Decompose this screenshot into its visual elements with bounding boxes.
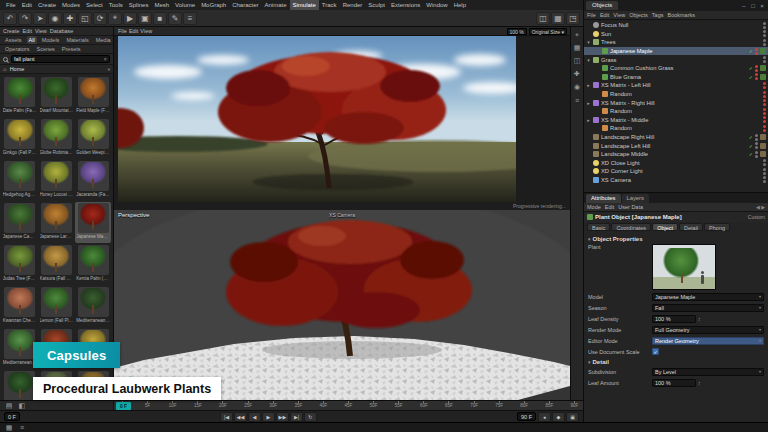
visibility-dots[interactable] — [763, 168, 766, 175]
scale-icon[interactable]: ◱ — [78, 12, 92, 25]
render-view[interactable] — [118, 36, 516, 202]
object-row-xs-matrix-left-hill[interactable]: ▸XS Matrix - Left Hill — [584, 81, 768, 90]
workplane-icon[interactable]: ◫ — [572, 56, 582, 66]
spinner-icon[interactable]: ↕ — [698, 380, 701, 386]
dropdown-subdivision[interactable]: By Level▾ — [652, 368, 764, 376]
field-leaf-density[interactable]: 100 % — [652, 315, 696, 323]
menu-item-mograph[interactable]: MoGraph — [198, 0, 229, 10]
object-row-xd-close-light[interactable]: XD Close Light — [584, 159, 768, 168]
render-visibility-dot[interactable] — [763, 60, 766, 63]
render-visibility-dot[interactable] — [763, 163, 766, 166]
current-frame-field[interactable]: 0 F — [4, 412, 20, 421]
object-tab-detail[interactable]: Detail — [679, 223, 703, 231]
render-visibility-dot[interactable] — [763, 103, 766, 106]
render-settings-icon[interactable]: ▣ — [138, 12, 152, 25]
asset-item-hedgehog-agave-fall-plant[interactable]: Hedgehog Agave (Fall Plant) — [2, 160, 38, 201]
loop-button[interactable]: ↻ — [304, 412, 317, 422]
breadcrumb[interactable]: Home — [10, 66, 105, 72]
keys-icon[interactable]: ◧ — [17, 401, 27, 411]
timeline-ruler[interactable]: 0 F 0F5F10F15F20F25F30F35F40F45F50F55F60… — [114, 401, 583, 410]
assetbrowser-subtab-operators[interactable]: Operators — [3, 45, 31, 53]
object-row-xs-matrix-middle[interactable]: ▸XS Matrix - Middle — [584, 116, 768, 125]
editor-visibility-dot[interactable] — [763, 56, 766, 59]
asset-item-globe-robinia-fall-plant[interactable]: Globe Robinia (Fall Plant) — [39, 118, 75, 159]
live-selection-icon[interactable]: ◉ — [48, 12, 62, 25]
attributes-mode-edit[interactable]: Edit — [605, 204, 614, 210]
visibility-dots[interactable] — [763, 116, 766, 123]
dropdown-model[interactable]: Japanese Maple▾ — [652, 293, 764, 301]
object-tab-object[interactable]: Object — [652, 223, 678, 231]
redo-icon[interactable]: ↷ — [18, 12, 32, 25]
visibility-dots[interactable] — [763, 82, 766, 89]
render-visibility-dot[interactable] — [755, 69, 758, 72]
end-frame-field[interactable]: 90 F — [517, 412, 536, 421]
render-visibility-dot[interactable] — [763, 112, 766, 115]
search-input[interactable]: fall plant × — [11, 55, 110, 63]
layout-animate-icon[interactable]: ▦ — [551, 12, 565, 25]
menu-item-tools[interactable]: Tools — [106, 0, 126, 10]
asset-item-dwarf-mountain-pine-fall-plant[interactable]: Dwarf Mountain Pine (Fall Plant) — [39, 76, 75, 117]
assetbrowser-tab-all[interactable]: All — [27, 36, 37, 44]
editor-visibility-dot[interactable] — [755, 73, 758, 76]
visibility-dots[interactable] — [755, 151, 758, 158]
menu-item-window[interactable]: Window — [423, 0, 450, 10]
editor-visibility-dot[interactable] — [763, 159, 766, 162]
assetbrowser-menu-view[interactable]: View — [35, 28, 47, 34]
menu-item-mesh[interactable]: Mesh — [151, 0, 172, 10]
render-visibility-dot[interactable] — [763, 34, 766, 37]
render-visibility-dot[interactable] — [755, 146, 758, 149]
asset-item-ginkgo-fall-plant[interactable]: Ginkgo (Fall Plant) — [2, 118, 38, 159]
editor-visibility-dot[interactable] — [755, 151, 758, 154]
assetbrowser-tab-materials[interactable]: Materials — [64, 36, 90, 44]
object-row-blue-grama[interactable]: Blue Grama✓ — [584, 73, 768, 82]
visibility-dots[interactable] — [755, 65, 758, 72]
zoom-mode-dropdown[interactable]: Original Size ▾ — [529, 28, 567, 35]
object-row-focus-null[interactable]: Focus Null — [584, 21, 768, 30]
objects-menu-tags[interactable]: Tags — [652, 12, 664, 18]
assetbrowser-subtab-presets[interactable]: Presets — [60, 45, 83, 53]
generators-icon[interactable]: ≡ — [183, 12, 197, 25]
asset-item-kentia-palm-fall-plant[interactable]: Kentia Palm (Fall Plant) — [75, 244, 111, 285]
renderview-menu-view[interactable]: View — [139, 28, 153, 34]
axis-icon[interactable]: ✚ — [572, 69, 582, 79]
object-row-common-cushion-grass[interactable]: Common Cushion Grass✓ — [584, 64, 768, 73]
enabled-check-icon[interactable]: ✓ — [749, 48, 753, 54]
object-row-trees[interactable]: ▾Trees — [584, 38, 768, 47]
visibility-dots[interactable] — [763, 176, 766, 183]
objects-menu-bookmarks[interactable]: Bookmarks — [667, 12, 695, 18]
next-key-button[interactable]: ▶▶ — [276, 412, 289, 422]
attributes-tab-layers[interactable]: Layers — [622, 194, 649, 203]
object-row-xs-camera[interactable]: XS Camera — [584, 176, 768, 185]
material-tag-icon[interactable] — [760, 65, 766, 71]
menu-item-extensions[interactable]: Extensions — [388, 0, 423, 10]
enabled-check-icon[interactable]: ✓ — [749, 65, 753, 71]
editor-visibility-dot[interactable] — [763, 168, 766, 171]
asset-item-japanese-larch-fall-plant[interactable]: Japanese Larch (Fall Plant) — [39, 202, 75, 243]
expand-icon[interactable]: ▸ — [586, 82, 591, 88]
move-icon[interactable]: ✚ — [63, 12, 77, 25]
render-visibility-dot[interactable] — [755, 52, 758, 55]
undo-icon[interactable]: ↶ — [3, 12, 17, 25]
visibility-dots[interactable] — [763, 39, 766, 46]
editor-visibility-dot[interactable] — [763, 91, 766, 94]
editor-visibility-dot[interactable] — [763, 30, 766, 33]
spinner-icon[interactable]: ↕ — [698, 316, 701, 322]
assetbrowser-menu-edit[interactable]: Edit — [23, 28, 32, 34]
coordinate-system-icon[interactable]: ⌖ — [108, 12, 122, 25]
render-visibility-dot[interactable] — [755, 138, 758, 141]
object-row-landscape-middle[interactable]: Landscape Middle✓ — [584, 150, 768, 159]
enabled-check-icon[interactable]: ✓ — [749, 151, 753, 157]
menu-item-modes[interactable]: Modes — [59, 0, 83, 10]
object-row-landscape-left-hill[interactable]: Landscape Left Hill✓ — [584, 141, 768, 150]
maximize-button[interactable]: □ — [749, 2, 757, 10]
options-icon[interactable]: ≡ — [572, 95, 582, 105]
visibility-dots[interactable] — [755, 134, 758, 141]
primitive-cube-icon[interactable]: ■ — [153, 12, 167, 25]
menu-item-splines[interactable]: Splines — [126, 0, 152, 10]
dropdown-render-mode[interactable]: Full Geometry▾ — [652, 326, 764, 334]
asset-item-japanese-maple-fall-plant[interactable]: Japanese Maple (Fall Plant) — [75, 202, 111, 243]
dropdown-editor-mode[interactable]: Render Geometry▾ — [652, 337, 764, 345]
material-tag-icon[interactable] — [760, 48, 766, 54]
render-visibility-dot[interactable] — [763, 26, 766, 29]
menu-item-character[interactable]: Character — [229, 0, 261, 10]
